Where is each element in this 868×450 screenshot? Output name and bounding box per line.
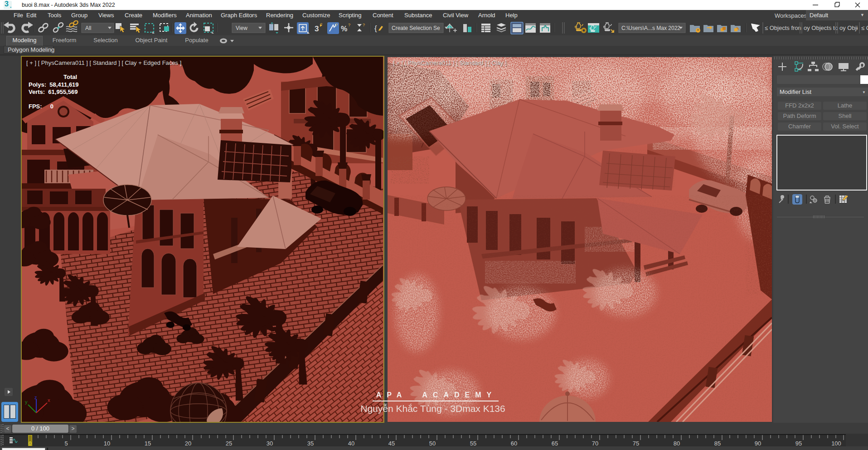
svg-text:?: ? [348,23,350,27]
svg-text:%: % [341,25,347,33]
svg-text:?: ? [320,22,322,27]
svg-text:οy Objects to: οy Objects to [804,24,838,31]
svg-text:All: All [85,25,91,31]
svg-text:οy Objɨ: οy Objɨ [839,24,858,31]
svg-text:≤ O: ≤ O [861,24,868,31]
svg-text:Create Selection Se: Create Selection Se [392,25,440,31]
svg-text:?: ? [335,23,338,27]
svg-text:y: y [25,399,28,405]
svg-text:{: { [374,24,377,33]
svg-text:View: View [236,25,247,31]
svg-text:z: z [34,396,37,400]
svg-text:x: x [48,397,50,403]
svg-text:≤ Objects fron: ≤ Objects fron [765,24,801,31]
svg-text:?: ? [363,23,365,27]
svg-text:C:\Users\A...s Max 2022: C:\Users\A...s Max 2022 [621,25,680,31]
svg-text:3: 3 [315,24,319,33]
